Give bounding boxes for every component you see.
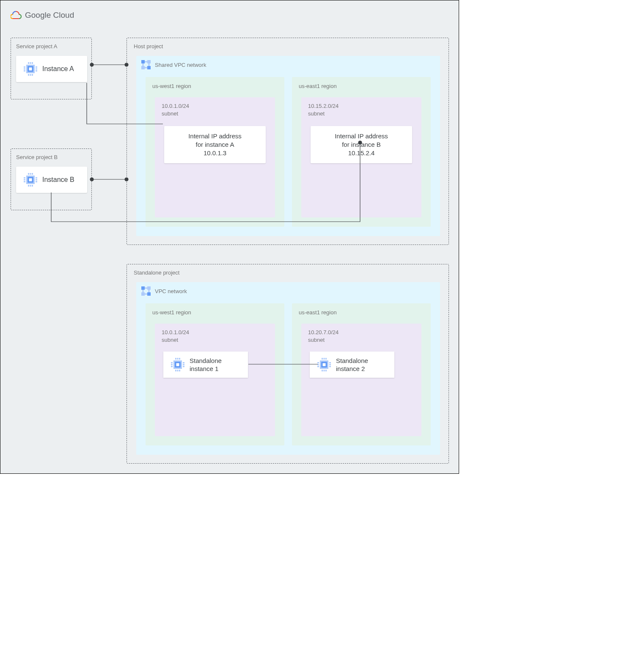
standalone-east-region-label: us-east1 region bbox=[299, 309, 337, 316]
host-west-region-label: us-west1 region bbox=[152, 83, 191, 89]
host-west-ip-card: Internal IP address for instance A 10.0.… bbox=[164, 126, 266, 163]
standalone-west-subnet: 10.0.1.0/24subnet Standaloneinstance 1 bbox=[155, 324, 275, 436]
service-project-a: Service project A Instance A bbox=[11, 38, 92, 99]
vpc-network: VPC network us-west1 region 10.0.1.0/24s… bbox=[136, 282, 440, 455]
diagram-canvas: Google Cloud Service project A Instance … bbox=[0, 0, 459, 474]
vpc-label: VPC network bbox=[155, 288, 187, 294]
cpu-icon bbox=[317, 358, 331, 371]
host-west-subnet-label: 10.0.1.0/24subnet bbox=[162, 102, 189, 118]
host-east-region-label: us-east1 region bbox=[299, 83, 337, 89]
standalone-west-region-label: us-west1 region bbox=[152, 309, 191, 316]
cpu-icon bbox=[171, 358, 184, 371]
brand-bold: Google bbox=[25, 11, 51, 19]
brand-light: Cloud bbox=[53, 11, 74, 19]
host-west-region: us-west1 region 10.0.1.0/24subnet Intern… bbox=[146, 77, 284, 227]
service-b-title: Service project B bbox=[16, 154, 58, 160]
standalone-instance-2-label: Standaloneinstance 2 bbox=[336, 357, 368, 373]
instance-a-card: Instance A bbox=[16, 56, 87, 82]
host-east-subnet-label: 10.15.2.0/24subnet bbox=[308, 102, 339, 118]
host-west-ip-text: Internal IP address for instance A 10.0.… bbox=[188, 132, 242, 158]
service-a-title: Service project A bbox=[16, 43, 58, 49]
standalone-east-region: us-east1 region 10.20.7.0/24subnet Stand… bbox=[292, 303, 431, 445]
host-west-subnet: 10.0.1.0/24subnet Internal IP address fo… bbox=[155, 97, 275, 217]
host-east-ip-card: Internal IP address for instance B 10.15… bbox=[311, 126, 412, 163]
shared-vpc-label: Shared VPC network bbox=[155, 62, 206, 68]
network-icon bbox=[141, 286, 151, 296]
instance-b-label: Instance B bbox=[42, 176, 74, 184]
standalone-instance-1-card: Standaloneinstance 1 bbox=[163, 352, 248, 378]
cloud-icon bbox=[11, 11, 22, 20]
host-east-subnet: 10.15.2.0/24subnet Internal IP address f… bbox=[301, 97, 421, 217]
network-icon bbox=[141, 60, 151, 69]
host-project: Host project Shared VPC network us-west1… bbox=[127, 38, 449, 245]
service-project-b: Service project B Instance B bbox=[11, 148, 92, 210]
google-cloud-logo: Google Cloud bbox=[11, 11, 74, 20]
standalone-project: Standalone project VPC network us-west1 … bbox=[127, 264, 449, 464]
standalone-east-subnet: 10.20.7.0/24subnet Standaloneinstance 2 bbox=[301, 324, 421, 436]
cpu-icon bbox=[24, 62, 37, 76]
host-east-ip-text: Internal IP address for instance B 10.15… bbox=[335, 132, 388, 158]
standalone-west-region: us-west1 region 10.0.1.0/24subnet Standa… bbox=[146, 303, 284, 445]
shared-vpc-network: Shared VPC network us-west1 region 10.0.… bbox=[136, 56, 440, 236]
host-east-region: us-east1 region 10.15.2.0/24subnet Inter… bbox=[292, 77, 431, 227]
instance-b-card: Instance B bbox=[16, 167, 87, 193]
standalone-title: Standalone project bbox=[134, 269, 179, 276]
cpu-icon bbox=[24, 173, 37, 187]
standalone-instance-2-card: Standaloneinstance 2 bbox=[310, 352, 394, 378]
standalone-east-subnet-label: 10.20.7.0/24subnet bbox=[308, 329, 339, 344]
standalone-instance-1-label: Standaloneinstance 1 bbox=[190, 357, 222, 373]
standalone-west-subnet-label: 10.0.1.0/24subnet bbox=[162, 329, 189, 344]
instance-a-label: Instance A bbox=[42, 65, 74, 73]
host-title: Host project bbox=[134, 43, 163, 49]
